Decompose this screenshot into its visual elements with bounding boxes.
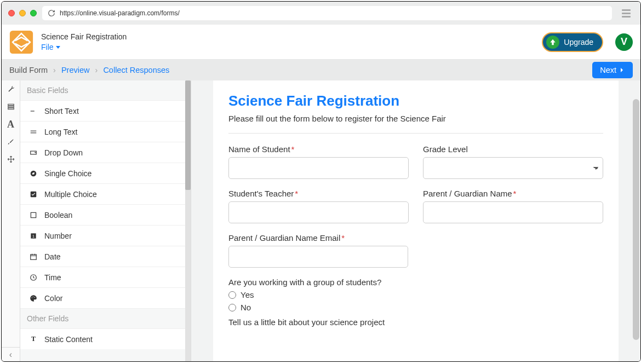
palette-icon [29, 294, 38, 303]
document-title[interactable]: Science Fair Registration [41, 32, 127, 41]
svg-rect-2 [8, 104, 14, 105]
radio-label: Yes [241, 290, 254, 299]
form-canvas-wrap: Science Fair Registration Please fill ou… [191, 80, 640, 361]
input-guardian-email[interactable] [228, 246, 408, 268]
radio-icon [29, 169, 38, 178]
next-button[interactable]: Next [592, 62, 633, 78]
collapse-rail-button[interactable]: ‹ [2, 347, 20, 361]
chevron-right-icon: › [53, 66, 56, 74]
field-label: Drop Down [44, 148, 83, 157]
canvas-scrollbar[interactable] [632, 80, 640, 361]
svg-text:1: 1 [32, 234, 35, 238]
field-date[interactable]: Date [20, 246, 191, 267]
label-about-project: Tell us a little bit about your science … [228, 317, 603, 327]
breadcrumb: Build Form › Preview › Collect Responses… [2, 60, 640, 80]
field-label: Static Content [44, 335, 93, 344]
app-logo-icon[interactable] [9, 30, 33, 54]
text-icon[interactable]: A [5, 119, 16, 130]
input-guardian-name[interactable] [423, 201, 603, 223]
crumb-build[interactable]: Build Form [9, 66, 48, 74]
calendar-icon [29, 252, 38, 261]
field-label: Number [44, 232, 72, 240]
url-text: https://online.visual-paradigm.com/forms… [60, 9, 180, 17]
label-teacher: Student's Teacher* [228, 189, 409, 198]
svg-rect-6 [31, 130, 37, 131]
field-boolean[interactable]: Boolean [20, 204, 191, 225]
window-controls [8, 10, 37, 16]
maximize-window-icon[interactable] [30, 10, 37, 16]
number-icon: 1 [29, 232, 38, 240]
section-basic-fields: Basic Fields [20, 80, 191, 100]
crumb-preview[interactable]: Preview [61, 66, 90, 74]
label-grade-level: Grade Level [423, 145, 603, 154]
svg-point-19 [35, 297, 35, 297]
chevron-right-icon [619, 67, 625, 73]
input-teacher[interactable] [228, 201, 409, 223]
radio-option-no[interactable]: No [228, 303, 603, 312]
dropdown-icon [29, 148, 38, 157]
minimize-window-icon[interactable] [19, 10, 26, 16]
app-header: Science Fair Registration File Upgrade V [2, 25, 640, 60]
svg-rect-15 [31, 254, 37, 259]
form-subtitle[interactable]: Please fill out the form below to regist… [228, 114, 603, 123]
field-short-text[interactable]: Short Text [20, 100, 191, 121]
field-drop-down[interactable]: Drop Down [20, 142, 191, 163]
form-title[interactable]: Science Fair Registration [228, 93, 603, 109]
short-text-icon [29, 107, 38, 115]
chevron-right-icon: › [95, 66, 98, 74]
select-grade-level[interactable] [423, 157, 603, 179]
input-name-student[interactable] [228, 157, 409, 179]
fields-sidebar: Basic Fields Short Text Long Text Drop D… [20, 80, 191, 361]
field-label: Boolean [44, 211, 72, 219]
file-menu[interactable]: File [41, 43, 127, 51]
reload-icon[interactable] [48, 9, 55, 17]
radio-option-yes[interactable]: Yes [228, 290, 603, 299]
chevron-down-icon [56, 46, 60, 49]
radio-yes[interactable] [228, 291, 236, 299]
brush-icon[interactable] [5, 136, 16, 147]
user-avatar[interactable]: V [615, 33, 633, 51]
svg-rect-3 [8, 106, 14, 107]
field-long-text[interactable]: Long Text [20, 121, 191, 142]
field-multiple-choice[interactable]: Multiple Choice [20, 183, 191, 204]
clock-icon [29, 273, 38, 282]
label-name-student: Name of Student* [228, 145, 409, 154]
boolean-icon [29, 211, 38, 219]
form-canvas[interactable]: Science Fair Registration Please fill ou… [213, 80, 619, 361]
upgrade-arrow-icon [546, 36, 559, 49]
field-label: Single Choice [44, 169, 91, 178]
wrench-icon[interactable] [5, 84, 16, 95]
svg-rect-12 [31, 212, 36, 217]
text-icon: T [29, 335, 38, 344]
upgrade-button[interactable]: Upgrade [542, 32, 603, 52]
editor-body: A ‹ Basic Fields Short Text Long Text Dr… [2, 80, 640, 361]
field-label: Multiple Choice [44, 190, 97, 199]
crumb-collect[interactable]: Collect Responses [103, 66, 169, 74]
field-label: Time [44, 273, 61, 282]
radio-label: No [241, 303, 251, 312]
field-time[interactable]: Time [20, 267, 191, 287]
move-icon[interactable] [5, 154, 16, 165]
checkbox-icon [29, 190, 38, 199]
svg-point-17 [31, 297, 32, 298]
label-group-question: Are you working with a group of students… [228, 278, 603, 287]
divider [228, 133, 603, 134]
field-single-choice[interactable]: Single Choice [20, 163, 191, 183]
url-bar[interactable]: https://online.visual-paradigm.com/forms… [42, 6, 612, 20]
label-guardian-name: Parent / Guardian Name* [423, 189, 603, 198]
field-label: Color [44, 294, 62, 303]
svg-rect-5 [31, 111, 35, 111]
sidebar-scrollbar[interactable] [185, 80, 191, 361]
field-number[interactable]: 1Number [20, 225, 191, 246]
long-text-icon [29, 128, 38, 136]
close-window-icon[interactable] [8, 10, 15, 16]
window-titlebar: https://online.visual-paradigm.com/forms… [2, 2, 640, 25]
tool-rail: A ‹ [2, 80, 20, 361]
radio-no[interactable] [228, 304, 236, 311]
svg-rect-7 [31, 132, 37, 133]
browser-menu-icon[interactable] [622, 7, 634, 19]
field-static-content[interactable]: TStatic Content [20, 328, 191, 349]
field-color[interactable]: Color [20, 287, 191, 308]
layout-icon[interactable] [5, 101, 16, 112]
file-menu-label: File [41, 43, 54, 51]
